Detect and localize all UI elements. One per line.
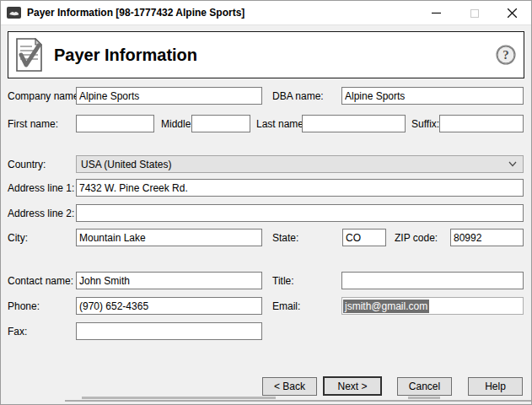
contact-name-label: Contact name: <box>8 275 73 288</box>
title-bar: Payer Information [98-1777432 Alpine Spo… <box>1 1 531 25</box>
company-name-label: Company name: <box>8 90 82 103</box>
back-button[interactable]: < Back <box>262 377 317 396</box>
country-selected-value: USA (United States) <box>81 159 171 170</box>
close-icon[interactable] <box>493 1 531 25</box>
background-text-artifact <box>408 397 440 399</box>
city-input[interactable] <box>76 229 262 246</box>
address-line-2-input[interactable] <box>76 204 524 222</box>
middle-label: Middle: <box>161 118 194 131</box>
svg-text:?: ? <box>502 48 509 62</box>
fax-input[interactable] <box>76 322 262 340</box>
minimize-icon[interactable] <box>417 1 455 25</box>
last-name-label: Last name: <box>256 118 306 131</box>
document-check-icon <box>16 38 42 72</box>
state-input[interactable] <box>342 229 386 246</box>
address-line-2-label: Address line 2: <box>8 208 74 220</box>
help-button[interactable]: Help <box>468 377 523 396</box>
phone-input[interactable] <box>76 297 262 315</box>
last-name-input[interactable] <box>302 115 406 132</box>
help-icon[interactable]: ? <box>496 45 516 65</box>
next-button[interactable]: Next > <box>323 376 382 396</box>
cancel-button[interactable]: Cancel <box>397 377 452 396</box>
fax-label: Fax: <box>8 326 27 338</box>
dba-name-input[interactable] <box>341 87 524 105</box>
email-selected-text: jsmith@gmail.com <box>343 300 429 313</box>
contact-name-input[interactable] <box>76 272 262 289</box>
email-label: Email: <box>272 300 300 313</box>
payer-information-dialog: Payer Information [98-1777432 Alpine Spo… <box>0 0 532 405</box>
phone-label: Phone: <box>8 300 40 313</box>
dba-name-label: DBA name: <box>272 90 324 103</box>
suffix-label: Suffix: <box>411 118 439 131</box>
country-select[interactable]: USA (United States) <box>76 155 524 173</box>
maximize-icon <box>455 1 493 25</box>
app-logo-icon <box>7 7 21 19</box>
middle-input[interactable] <box>191 115 250 132</box>
country-label: Country: <box>8 159 46 171</box>
zip-code-label: ZIP code: <box>395 232 438 245</box>
background-window-border <box>65 400 532 402</box>
first-name-input[interactable] <box>76 115 154 132</box>
address-line-1-input[interactable] <box>76 179 524 197</box>
dialog-header: Payer Information ? <box>8 31 524 78</box>
window-title: Payer Information [98-1777432 Alpine Spo… <box>27 7 245 19</box>
chevron-down-icon <box>508 161 517 167</box>
title-label: Title: <box>272 275 294 288</box>
email-input[interactable]: jsmith@gmail.com <box>341 297 524 315</box>
address-line-1-label: Address line 1: <box>8 182 74 195</box>
window-controls <box>417 1 531 25</box>
suffix-input[interactable] <box>439 115 524 132</box>
background-text-artifact <box>82 397 276 399</box>
first-name-label: First name: <box>8 118 58 131</box>
state-label: State: <box>272 232 298 245</box>
city-label: City: <box>8 232 28 245</box>
company-name-input[interactable] <box>76 87 262 105</box>
title-input[interactable] <box>341 272 524 289</box>
page-title: Payer Information <box>54 46 197 65</box>
background-window-edge <box>1 396 532 404</box>
zip-code-input[interactable] <box>450 229 524 246</box>
